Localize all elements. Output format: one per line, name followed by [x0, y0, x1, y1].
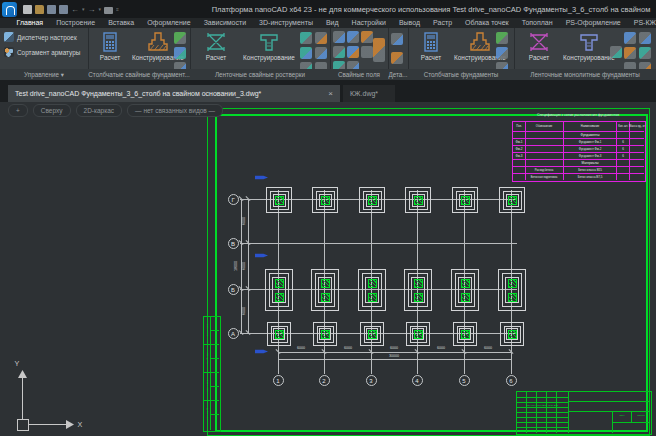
pile-add-icon[interactable]: [333, 46, 345, 58]
spec-table-title: Спецификация к схеме расположения фундам…: [537, 113, 619, 117]
tab-inactive-document[interactable]: КЖ.dwg*: [343, 85, 395, 102]
menu-tab-14[interactable]: PS-КЖ: [627, 18, 656, 28]
pile-delete-icon[interactable]: [347, 46, 359, 58]
redo-dropdown-icon[interactable]: ▾: [99, 5, 102, 14]
detail-box-icon[interactable]: [391, 52, 403, 64]
menu-tab-13[interactable]: PS-Оформление: [559, 18, 627, 28]
menu-tab-1[interactable]: Главная: [10, 18, 50, 28]
group-label-strip-monolithic-foundations[interactable]: Ленточные монолитные фундаменты: [514, 69, 656, 80]
dimension-line: [278, 359, 511, 360]
footing-add-icon[interactable]: [496, 47, 508, 59]
pile-hatch: [321, 279, 330, 288]
undo-icon[interactable]: ←: [71, 5, 79, 14]
menu-tab-9[interactable]: Вывод: [392, 18, 426, 28]
tab-active-document[interactable]: Test drive_nanoCAD Фундаменты_3_6_столб …: [8, 85, 340, 102]
group-label-management[interactable]: Управление ▾: [0, 69, 88, 80]
axis-row-marker[interactable]: Б: [228, 284, 239, 295]
column-foundation-calc-button[interactable]: Расчет: [410, 31, 452, 61]
footing-plan-icon[interactable]: [496, 32, 508, 44]
mark-icon[interactable]: [639, 47, 651, 59]
menu-tab-6[interactable]: 3D-инструменты: [253, 18, 320, 28]
qat-customize-icon[interactable]: ≡: [116, 5, 119, 14]
grillage-design-button[interactable]: Конструирование: [240, 31, 298, 61]
beam-section-icon[interactable]: [624, 32, 636, 44]
pile-hatch: [275, 293, 284, 302]
undo-dropdown-icon[interactable]: ▾: [82, 5, 85, 14]
close-tab-icon[interactable]: ×: [328, 89, 333, 98]
stamp-line: [568, 411, 650, 412]
titlebar: ← ▾ → ▾ ≡ Платформа nanoCAD x64 23 - не …: [0, 0, 656, 18]
add-element-icon[interactable]: [174, 47, 186, 59]
frame-strip-line: [203, 344, 219, 345]
dim-label: 6000: [242, 307, 246, 315]
menu-tab-3[interactable]: Вставка: [102, 18, 141, 28]
pile-single-icon[interactable]: [333, 31, 345, 43]
pile-hatch: [275, 279, 284, 288]
axis-col-marker[interactable]: 1: [273, 375, 284, 386]
dim-label: 6000: [390, 346, 398, 350]
menu-tab-4[interactable]: Оформление: [141, 18, 197, 28]
viewport-add-button[interactable]: +: [8, 104, 28, 117]
axis-col-marker[interactable]: 2: [319, 375, 330, 386]
axis-col-marker[interactable]: 5: [459, 375, 470, 386]
pile-hatch: [508, 279, 517, 288]
pile-driver-icon[interactable]: [373, 38, 385, 62]
group-label-details[interactable]: Дета...: [388, 69, 408, 80]
dim-style-icon[interactable]: [315, 32, 327, 44]
pile-field-icon[interactable]: [361, 31, 373, 43]
group-label-column-foundations[interactable]: Столбчатые фундаменты: [408, 69, 514, 80]
redo-icon[interactable]: →: [88, 5, 96, 14]
tab-inactive-label: КЖ.dwg*: [350, 90, 378, 97]
print-icon[interactable]: [104, 7, 113, 14]
quick-access-toolbar: ← ▾ → ▾ ≡: [23, 5, 119, 14]
settings-manager-button[interactable]: Диспетчер настроек: [4, 32, 77, 42]
menu-tab-2[interactable]: Построение: [50, 18, 102, 28]
pile-number-icon[interactable]: [361, 46, 373, 58]
detail-dim-icon[interactable]: [391, 33, 403, 45]
drawing-canvas[interactable]: + Сверху 2D-каркас — нет связанных видов…: [0, 102, 656, 436]
axis-row-marker[interactable]: Г: [228, 194, 239, 205]
stamp-sheets-label: Листов: [637, 414, 644, 417]
group-label-pile-column-foundations[interactable]: Столбчатые свайные фундамент...: [88, 69, 190, 80]
linked-views-button[interactable]: — нет связанных видов —: [127, 104, 223, 117]
level-icon[interactable]: [610, 46, 622, 58]
rebar-icon[interactable]: [624, 47, 636, 59]
dim-icon[interactable]: [639, 32, 651, 44]
pile-cap-plan-icon[interactable]: [174, 32, 186, 44]
grillage-arc-icon[interactable]: [300, 32, 312, 44]
level-mark-icon[interactable]: [315, 47, 327, 59]
view-direction-button[interactable]: Сверху: [33, 104, 71, 117]
axis-col-marker[interactable]: 6: [506, 375, 517, 386]
lattice-icon: [205, 31, 227, 53]
group-label-pile-strip-grillage[interactable]: Ленточные свайные ростверки: [190, 69, 330, 80]
nanocad-logo[interactable]: [2, 2, 17, 17]
menu-tab-7[interactable]: Вид: [319, 18, 345, 28]
spec-cell: 6: [622, 154, 624, 157]
ucs-x-axis: [28, 424, 70, 425]
menu-tab-12[interactable]: Топоплан: [515, 18, 559, 28]
menu-tab-11[interactable]: Облака точек: [459, 18, 516, 28]
axis-row-marker[interactable]: А: [228, 328, 239, 339]
open-file-icon[interactable]: [35, 5, 44, 14]
menu-tab-10[interactable]: Растр: [427, 18, 459, 28]
grillage-calc-button[interactable]: Расчет: [194, 31, 238, 61]
group-label-pile-fields[interactable]: Свайные поля: [330, 69, 388, 80]
frame-strip-line: [210, 414, 219, 415]
save-as-icon[interactable]: [59, 5, 68, 14]
axis-row-line: [240, 243, 517, 244]
menu-tab-8[interactable]: Настройки: [345, 18, 392, 28]
axis-col-marker[interactable]: 3: [366, 375, 377, 386]
rebar-assortment-button[interactable]: Сортамент арматуры: [4, 47, 80, 57]
pile-row-icon[interactable]: [347, 31, 359, 43]
strip-foundation-calc-button[interactable]: Расчет: [518, 31, 560, 61]
axis-row-marker[interactable]: В: [228, 238, 239, 249]
axis-col-marker[interactable]: 4: [412, 375, 423, 386]
ribbon-group-strip-monolithic-foundations: Расчет Конструирование Ленточные монолит…: [514, 28, 656, 80]
save-icon[interactable]: [47, 5, 56, 14]
new-file-icon[interactable]: [23, 5, 32, 14]
pile-column-calc-button[interactable]: Расчет: [90, 31, 130, 61]
grillage-pile-icon[interactable]: [300, 47, 312, 59]
visual-style-button[interactable]: 2D-каркас: [76, 104, 123, 117]
menu-tab-5[interactable]: Зависимости: [197, 18, 252, 28]
dim-label: 6000: [483, 346, 491, 350]
